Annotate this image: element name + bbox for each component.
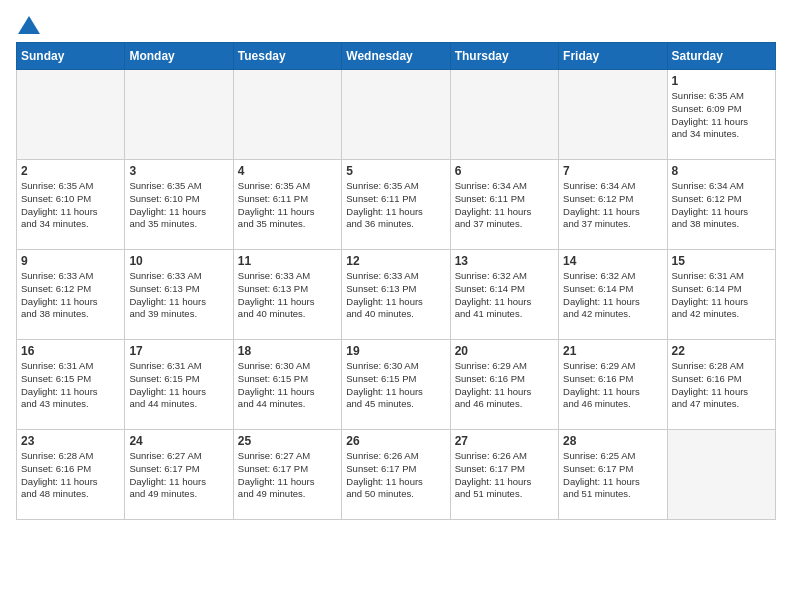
- calendar-day-cell: 6Sunrise: 6:34 AM Sunset: 6:11 PM Daylig…: [450, 160, 558, 250]
- day-info: Sunrise: 6:33 AM Sunset: 6:13 PM Dayligh…: [129, 270, 228, 321]
- calendar-day-cell: 8Sunrise: 6:34 AM Sunset: 6:12 PM Daylig…: [667, 160, 775, 250]
- calendar-body: 1Sunrise: 6:35 AM Sunset: 6:09 PM Daylig…: [17, 70, 776, 520]
- day-of-week-header: Thursday: [450, 43, 558, 70]
- svg-marker-0: [18, 16, 40, 34]
- day-number: 19: [346, 344, 445, 358]
- calendar-week-row: 16Sunrise: 6:31 AM Sunset: 6:15 PM Dayli…: [17, 340, 776, 430]
- calendar-day-cell: [125, 70, 233, 160]
- day-info: Sunrise: 6:31 AM Sunset: 6:14 PM Dayligh…: [672, 270, 771, 321]
- day-number: 26: [346, 434, 445, 448]
- day-number: 11: [238, 254, 337, 268]
- day-of-week-header: Monday: [125, 43, 233, 70]
- page-header: [16, 16, 776, 34]
- days-of-week-row: SundayMondayTuesdayWednesdayThursdayFrid…: [17, 43, 776, 70]
- day-info: Sunrise: 6:32 AM Sunset: 6:14 PM Dayligh…: [455, 270, 554, 321]
- calendar-day-cell: 1Sunrise: 6:35 AM Sunset: 6:09 PM Daylig…: [667, 70, 775, 160]
- day-of-week-header: Saturday: [667, 43, 775, 70]
- day-number: 13: [455, 254, 554, 268]
- calendar-day-cell: 5Sunrise: 6:35 AM Sunset: 6:11 PM Daylig…: [342, 160, 450, 250]
- day-info: Sunrise: 6:26 AM Sunset: 6:17 PM Dayligh…: [346, 450, 445, 501]
- calendar-week-row: 9Sunrise: 6:33 AM Sunset: 6:12 PM Daylig…: [17, 250, 776, 340]
- calendar-header: SundayMondayTuesdayWednesdayThursdayFrid…: [17, 43, 776, 70]
- day-number: 27: [455, 434, 554, 448]
- calendar-day-cell: [342, 70, 450, 160]
- day-number: 17: [129, 344, 228, 358]
- calendar-day-cell: 9Sunrise: 6:33 AM Sunset: 6:12 PM Daylig…: [17, 250, 125, 340]
- day-info: Sunrise: 6:33 AM Sunset: 6:12 PM Dayligh…: [21, 270, 120, 321]
- day-info: Sunrise: 6:27 AM Sunset: 6:17 PM Dayligh…: [129, 450, 228, 501]
- day-number: 15: [672, 254, 771, 268]
- calendar-day-cell: 18Sunrise: 6:30 AM Sunset: 6:15 PM Dayli…: [233, 340, 341, 430]
- calendar-day-cell: 7Sunrise: 6:34 AM Sunset: 6:12 PM Daylig…: [559, 160, 667, 250]
- day-number: 18: [238, 344, 337, 358]
- logo: [16, 16, 40, 34]
- calendar-day-cell: 13Sunrise: 6:32 AM Sunset: 6:14 PM Dayli…: [450, 250, 558, 340]
- calendar-day-cell: 16Sunrise: 6:31 AM Sunset: 6:15 PM Dayli…: [17, 340, 125, 430]
- day-info: Sunrise: 6:28 AM Sunset: 6:16 PM Dayligh…: [21, 450, 120, 501]
- day-number: 28: [563, 434, 662, 448]
- day-info: Sunrise: 6:34 AM Sunset: 6:11 PM Dayligh…: [455, 180, 554, 231]
- day-info: Sunrise: 6:32 AM Sunset: 6:14 PM Dayligh…: [563, 270, 662, 321]
- calendar-table: SundayMondayTuesdayWednesdayThursdayFrid…: [16, 42, 776, 520]
- day-number: 3: [129, 164, 228, 178]
- day-info: Sunrise: 6:35 AM Sunset: 6:11 PM Dayligh…: [238, 180, 337, 231]
- day-of-week-header: Sunday: [17, 43, 125, 70]
- day-info: Sunrise: 6:30 AM Sunset: 6:15 PM Dayligh…: [238, 360, 337, 411]
- day-number: 7: [563, 164, 662, 178]
- day-info: Sunrise: 6:27 AM Sunset: 6:17 PM Dayligh…: [238, 450, 337, 501]
- calendar-day-cell: [667, 430, 775, 520]
- day-number: 20: [455, 344, 554, 358]
- day-number: 12: [346, 254, 445, 268]
- calendar-day-cell: 27Sunrise: 6:26 AM Sunset: 6:17 PM Dayli…: [450, 430, 558, 520]
- day-info: Sunrise: 6:29 AM Sunset: 6:16 PM Dayligh…: [455, 360, 554, 411]
- day-number: 10: [129, 254, 228, 268]
- calendar-day-cell: 22Sunrise: 6:28 AM Sunset: 6:16 PM Dayli…: [667, 340, 775, 430]
- calendar-day-cell: 12Sunrise: 6:33 AM Sunset: 6:13 PM Dayli…: [342, 250, 450, 340]
- day-info: Sunrise: 6:35 AM Sunset: 6:11 PM Dayligh…: [346, 180, 445, 231]
- day-of-week-header: Friday: [559, 43, 667, 70]
- calendar-day-cell: 19Sunrise: 6:30 AM Sunset: 6:15 PM Dayli…: [342, 340, 450, 430]
- calendar-day-cell: 4Sunrise: 6:35 AM Sunset: 6:11 PM Daylig…: [233, 160, 341, 250]
- day-number: 6: [455, 164, 554, 178]
- day-number: 21: [563, 344, 662, 358]
- calendar-day-cell: [450, 70, 558, 160]
- day-info: Sunrise: 6:35 AM Sunset: 6:10 PM Dayligh…: [129, 180, 228, 231]
- calendar-day-cell: 28Sunrise: 6:25 AM Sunset: 6:17 PM Dayli…: [559, 430, 667, 520]
- day-number: 25: [238, 434, 337, 448]
- calendar-day-cell: [559, 70, 667, 160]
- day-info: Sunrise: 6:30 AM Sunset: 6:15 PM Dayligh…: [346, 360, 445, 411]
- calendar-day-cell: 23Sunrise: 6:28 AM Sunset: 6:16 PM Dayli…: [17, 430, 125, 520]
- day-info: Sunrise: 6:31 AM Sunset: 6:15 PM Dayligh…: [129, 360, 228, 411]
- calendar-day-cell: 17Sunrise: 6:31 AM Sunset: 6:15 PM Dayli…: [125, 340, 233, 430]
- calendar-day-cell: 11Sunrise: 6:33 AM Sunset: 6:13 PM Dayli…: [233, 250, 341, 340]
- day-number: 8: [672, 164, 771, 178]
- calendar-day-cell: [17, 70, 125, 160]
- calendar-day-cell: 25Sunrise: 6:27 AM Sunset: 6:17 PM Dayli…: [233, 430, 341, 520]
- calendar-day-cell: 2Sunrise: 6:35 AM Sunset: 6:10 PM Daylig…: [17, 160, 125, 250]
- day-info: Sunrise: 6:33 AM Sunset: 6:13 PM Dayligh…: [238, 270, 337, 321]
- day-number: 9: [21, 254, 120, 268]
- calendar-day-cell: 21Sunrise: 6:29 AM Sunset: 6:16 PM Dayli…: [559, 340, 667, 430]
- calendar-week-row: 1Sunrise: 6:35 AM Sunset: 6:09 PM Daylig…: [17, 70, 776, 160]
- day-number: 23: [21, 434, 120, 448]
- calendar-day-cell: 10Sunrise: 6:33 AM Sunset: 6:13 PM Dayli…: [125, 250, 233, 340]
- day-number: 16: [21, 344, 120, 358]
- day-of-week-header: Wednesday: [342, 43, 450, 70]
- day-info: Sunrise: 6:29 AM Sunset: 6:16 PM Dayligh…: [563, 360, 662, 411]
- day-info: Sunrise: 6:33 AM Sunset: 6:13 PM Dayligh…: [346, 270, 445, 321]
- day-info: Sunrise: 6:35 AM Sunset: 6:09 PM Dayligh…: [672, 90, 771, 141]
- day-info: Sunrise: 6:28 AM Sunset: 6:16 PM Dayligh…: [672, 360, 771, 411]
- day-number: 24: [129, 434, 228, 448]
- day-number: 2: [21, 164, 120, 178]
- calendar-day-cell: 26Sunrise: 6:26 AM Sunset: 6:17 PM Dayli…: [342, 430, 450, 520]
- day-info: Sunrise: 6:35 AM Sunset: 6:10 PM Dayligh…: [21, 180, 120, 231]
- day-number: 5: [346, 164, 445, 178]
- calendar-day-cell: 3Sunrise: 6:35 AM Sunset: 6:10 PM Daylig…: [125, 160, 233, 250]
- day-number: 14: [563, 254, 662, 268]
- calendar-day-cell: 20Sunrise: 6:29 AM Sunset: 6:16 PM Dayli…: [450, 340, 558, 430]
- calendar-day-cell: 24Sunrise: 6:27 AM Sunset: 6:17 PM Dayli…: [125, 430, 233, 520]
- day-number: 1: [672, 74, 771, 88]
- day-info: Sunrise: 6:26 AM Sunset: 6:17 PM Dayligh…: [455, 450, 554, 501]
- day-info: Sunrise: 6:34 AM Sunset: 6:12 PM Dayligh…: [563, 180, 662, 231]
- day-info: Sunrise: 6:34 AM Sunset: 6:12 PM Dayligh…: [672, 180, 771, 231]
